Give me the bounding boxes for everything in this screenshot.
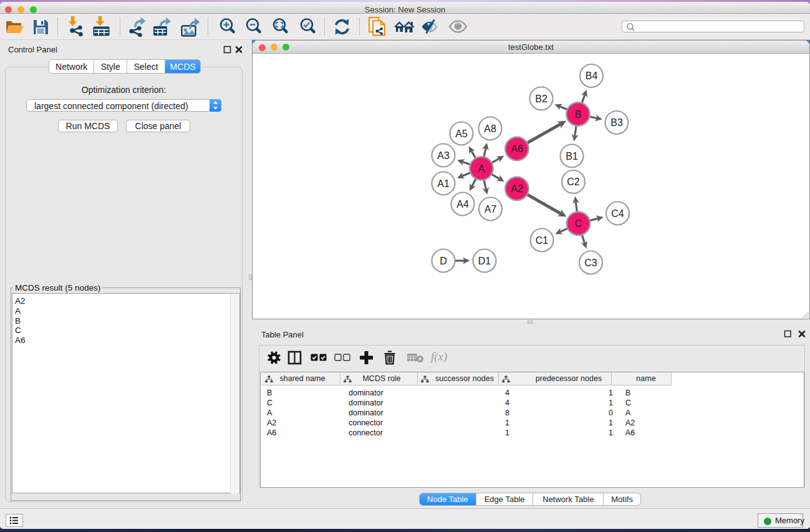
svg-text:A8: A8 xyxy=(484,123,496,134)
svg-text:D: D xyxy=(440,256,447,266)
svg-text:C1: C1 xyxy=(536,235,549,246)
svg-text:A: A xyxy=(478,163,485,174)
svg-text:A6: A6 xyxy=(511,143,523,154)
svg-text:B1: B1 xyxy=(566,151,578,162)
svg-text:A3: A3 xyxy=(437,150,450,161)
svg-text:C2: C2 xyxy=(567,177,580,187)
svg-text:B2: B2 xyxy=(535,94,547,104)
svg-text:D1: D1 xyxy=(478,256,491,266)
svg-text:B: B xyxy=(575,109,582,120)
svg-text:A4: A4 xyxy=(456,199,469,210)
svg-text:B4: B4 xyxy=(586,70,598,81)
svg-text:A5: A5 xyxy=(455,128,468,139)
svg-text:C: C xyxy=(575,218,582,229)
svg-text:C3: C3 xyxy=(584,258,597,268)
svg-text:C4: C4 xyxy=(611,208,624,219)
svg-text:A2: A2 xyxy=(511,183,523,194)
svg-text:A1: A1 xyxy=(437,178,450,189)
svg-text:B3: B3 xyxy=(610,117,623,128)
svg-text:A7: A7 xyxy=(485,204,497,215)
